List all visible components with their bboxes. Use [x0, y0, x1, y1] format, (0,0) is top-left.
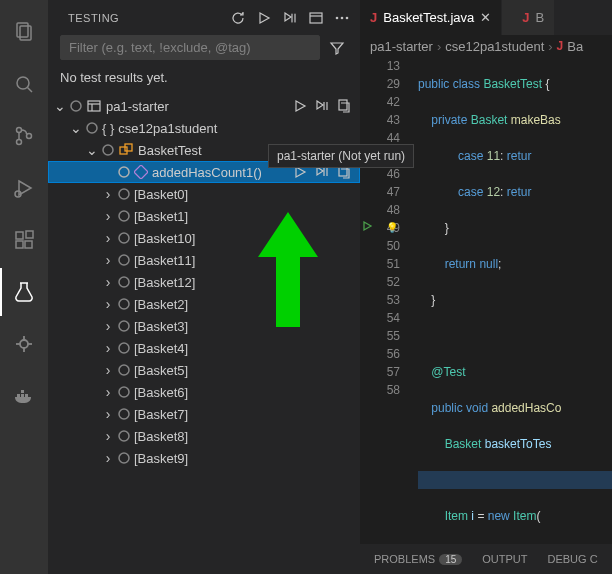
tree-item-bracket[interactable]: ›[Basket2]	[48, 293, 360, 315]
status-unset-icon	[116, 406, 132, 422]
svg-rect-21	[25, 394, 28, 397]
svg-point-39	[103, 145, 113, 155]
chevron-right-icon: ›	[100, 450, 116, 466]
tree-item-bracket[interactable]: ›[Basket11]	[48, 249, 360, 271]
status-unset-icon	[84, 120, 100, 136]
svg-rect-1	[20, 26, 31, 40]
chevron-right-icon: ›	[100, 274, 116, 290]
editor-tabs: J BasketTest.java ✕ J B	[360, 0, 612, 35]
chevron-down-icon: ⌄	[84, 142, 100, 158]
search-icon[interactable]	[0, 60, 48, 108]
tree-item-bracket[interactable]: ›[Basket6]	[48, 381, 360, 403]
tree-item-bracket[interactable]: ›[Basket12]	[48, 271, 360, 293]
refresh-icon[interactable]	[228, 8, 248, 28]
tree-item-package[interactable]: ⌄ { } cse12pa1student	[48, 117, 360, 139]
svg-point-4	[17, 128, 22, 133]
run-debug-icon[interactable]	[0, 164, 48, 212]
more-icon[interactable]	[332, 8, 352, 28]
svg-point-47	[119, 189, 129, 199]
chevron-right-icon: ›	[100, 318, 116, 334]
tree-item-bracket[interactable]: ›[Basket4]	[48, 337, 360, 359]
status-unset-icon	[116, 362, 132, 378]
svg-point-38	[87, 123, 97, 133]
run-gutter-icon[interactable]	[360, 219, 376, 233]
lightbulb-icon[interactable]: 💡	[386, 219, 398, 237]
tree-item-bracket[interactable]: ›[Basket3]	[48, 315, 360, 337]
tree-item-label: [Basket8]	[134, 429, 188, 444]
status-unset-icon	[116, 318, 132, 334]
breadcrumb-item[interactable]: pa1-starter	[370, 39, 433, 54]
tree-item-bracket[interactable]: ›[Basket0]	[48, 183, 360, 205]
svg-marker-30	[331, 43, 343, 54]
svg-point-6	[27, 134, 32, 139]
run-all-icon[interactable]	[254, 8, 274, 28]
code-editor[interactable]: 13294243444546474849💡505152535455565758 …	[360, 57, 612, 574]
remote-icon[interactable]	[0, 320, 48, 368]
svg-marker-44	[296, 167, 305, 177]
svg-point-5	[17, 140, 22, 145]
svg-rect-10	[16, 241, 23, 248]
method-icon	[134, 165, 148, 179]
chevron-right-icon: ›	[100, 252, 116, 268]
debug-icon[interactable]	[314, 98, 330, 114]
svg-rect-11	[25, 241, 32, 248]
code-content[interactable]: public class BasketTest { private Basket…	[418, 57, 612, 574]
tree-item-label: [Basket6]	[134, 385, 188, 400]
svg-marker-35	[296, 101, 305, 111]
tree-item-bracket[interactable]: ›[Basket8]	[48, 425, 360, 447]
source-control-icon[interactable]	[0, 112, 48, 160]
extensions-icon[interactable]	[0, 216, 48, 264]
debug-console-tab[interactable]: DEBUG C	[540, 549, 606, 569]
docker-icon[interactable]	[0, 372, 48, 420]
status-unset-icon	[116, 252, 132, 268]
svg-marker-60	[364, 222, 371, 230]
tree-item-label: [Basket5]	[134, 363, 188, 378]
svg-marker-45	[317, 167, 323, 175]
tree-item-label: cse12pa1student	[118, 121, 217, 136]
filter-input[interactable]	[60, 35, 320, 60]
svg-point-59	[119, 453, 129, 463]
tree-item-bracket[interactable]: ›[Basket1]	[48, 205, 360, 227]
tree-item-label: addedHasCount1()	[152, 165, 262, 180]
svg-point-52	[119, 299, 129, 309]
run-icon[interactable]	[292, 98, 308, 114]
close-icon[interactable]: ✕	[480, 10, 491, 25]
svg-point-56	[119, 387, 129, 397]
tree-item-label: [Basket2]	[134, 297, 188, 312]
debug-all-icon[interactable]	[280, 8, 300, 28]
testing-icon[interactable]	[0, 268, 48, 316]
tree-item-label: [Basket10]	[134, 231, 195, 246]
output-tab[interactable]: OUTPUT	[474, 549, 535, 569]
filter-icon[interactable]	[326, 37, 348, 59]
explorer-icon[interactable]	[0, 8, 48, 56]
problems-tab[interactable]: PROBLEMS15	[366, 549, 470, 569]
status-unset-icon	[116, 296, 132, 312]
chevron-right-icon: ›	[100, 384, 116, 400]
panel-header: TESTING	[48, 0, 360, 35]
goto-icon[interactable]	[336, 98, 352, 114]
status-unset-icon	[116, 164, 132, 180]
svg-point-28	[341, 16, 344, 19]
breadcrumb[interactable]: pa1-starter› cse12pa1student› J Ba	[360, 35, 612, 57]
tree-item-bracket[interactable]: ›[Basket10]	[48, 227, 360, 249]
svg-point-53	[119, 321, 129, 331]
tree-item-bracket[interactable]: ›[Basket5]	[48, 359, 360, 381]
breadcrumb-item[interactable]: cse12pa1student	[445, 39, 544, 54]
breadcrumb-item[interactable]: Ba	[567, 39, 583, 54]
chevron-right-icon: ›	[100, 208, 116, 224]
svg-point-55	[119, 365, 129, 375]
svg-point-31	[71, 101, 81, 111]
show-output-icon[interactable]	[306, 8, 326, 28]
svg-point-54	[119, 343, 129, 353]
tree-item-bracket[interactable]: ›[Basket9]	[48, 447, 360, 469]
tree-item-project[interactable]: ⌄ pa1-starter	[48, 95, 360, 117]
tree-item-label: pa1-starter	[106, 99, 169, 114]
project-icon	[86, 98, 102, 114]
svg-rect-9	[16, 232, 23, 239]
tree-item-label: [Basket12]	[134, 275, 195, 290]
editor-tab-partial[interactable]: J B	[512, 0, 555, 35]
panel-tabs: PROBLEMS15 OUTPUT DEBUG C	[360, 544, 612, 574]
tree-item-bracket[interactable]: ›[Basket7]	[48, 403, 360, 425]
status-unset-icon	[116, 340, 132, 356]
editor-tab[interactable]: J BasketTest.java ✕	[360, 0, 502, 35]
